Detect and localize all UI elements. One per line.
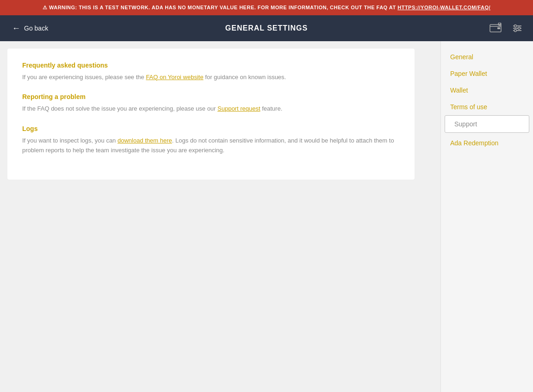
sidebar-item-paper-wallet-label: Paper Wallet [450,70,487,77]
sidebar-item-wallet[interactable]: Wallet [441,82,533,99]
sidebar-item-ada-label: Ada Redemption [450,139,498,147]
faq-text: If you are experiencing issues, please s… [22,73,400,82]
reporting-link[interactable]: Support request [217,105,260,112]
sidebar-item-wallet-label: Wallet [450,87,468,94]
sidebar-item-terms-of-use[interactable]: Terms of use [441,99,533,115]
svg-point-8 [514,29,517,31]
back-label: Go back [24,25,48,32]
svg-point-2 [498,23,501,25]
faq-text-before: If you are experiencing issues, please s… [22,74,146,81]
warning-link[interactable]: HTTPS://YOROI-WALLET.COM/FAQ/ [397,5,490,10]
back-button[interactable]: ← Go back [7,21,53,35]
warning-banner: ⚠ WARNING: THIS IS A TEST NETWORK. ADA H… [0,0,533,15]
svg-point-7 [518,27,521,29]
sidebar-item-support[interactable]: Support [445,115,529,133]
page-title: GENERAL SETTINGS [225,24,308,32]
sidebar: General Paper Wallet Wallet Terms of use… [440,41,533,392]
sidebar-item-general[interactable]: General [441,49,533,65]
warning-text: ⚠ WARNING: THIS IS A TEST NETWORK. ADA H… [43,5,397,10]
content-area: Frequently asked questions If you are ex… [0,41,440,392]
faq-title: Frequently asked questions [22,62,400,69]
reporting-title: Reporting a problem [22,93,400,100]
settings-icon-button[interactable] [509,20,526,37]
reporting-text-before: If the FAQ does not solve the issue you … [22,105,217,112]
sidebar-item-terms-label: Terms of use [450,103,487,111]
header: ← Go back GENERAL SETTINGS [0,15,533,41]
sidebar-item-paper-wallet[interactable]: Paper Wallet [441,65,533,82]
svg-rect-1 [497,27,500,29]
logs-text: If you want to inspect logs, you can dow… [22,136,400,156]
reporting-text: If the FAQ does not solve the issue you … [22,104,400,114]
reporting-text-after: feature. [260,105,283,112]
back-arrow-icon: ← [12,24,20,32]
logs-title: Logs [22,125,400,132]
logs-text-before: If you want to inspect logs, you can [22,137,118,144]
faq-link[interactable]: FAQ on Yoroi website [146,74,203,81]
sidebar-item-general-label: General [450,53,473,61]
wallet-icon-button[interactable] [487,20,505,37]
content-card: Frequently asked questions If you are ex… [7,49,415,180]
sidebar-item-support-label: Support [454,120,477,128]
main-layout: Frequently asked questions If you are ex… [0,41,533,392]
sidebar-item-ada-redemption[interactable]: Ada Redemption [441,135,533,151]
svg-point-6 [514,25,517,27]
header-icons [487,20,526,37]
faq-text-after: for guidance on known issues. [204,74,286,81]
logs-download-link[interactable]: download them here [118,137,172,144]
